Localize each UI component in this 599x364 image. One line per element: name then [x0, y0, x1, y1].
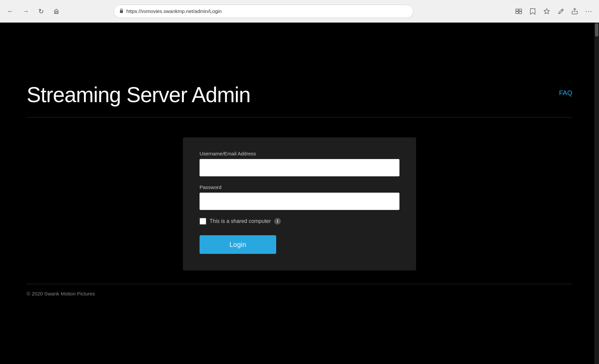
toolbar-right: ··· [513, 6, 594, 17]
login-form-card: Username/Email Address Password This is … [183, 137, 416, 271]
password-label: Password [200, 184, 399, 190]
home-button[interactable] [51, 6, 62, 17]
info-icon[interactable]: i [274, 218, 281, 225]
back-button[interactable]: ← [5, 6, 16, 17]
shared-computer-row: This is a shared computer i [200, 218, 399, 225]
svg-rect-3 [516, 12, 518, 14]
url-input[interactable] [126, 8, 408, 14]
shared-computer-label[interactable]: This is a shared computer [210, 218, 271, 224]
username-label: Username/Email Address [200, 151, 399, 156]
svg-rect-2 [519, 9, 522, 11]
page-title: Streaming Server Admin [27, 83, 251, 107]
browser-chrome: ← → ↻ [0, 0, 599, 23]
more-button[interactable]: ··· [583, 6, 594, 17]
page-footer: © 2020 Swank Motion Pictures [27, 284, 572, 297]
username-input[interactable] [200, 159, 399, 176]
forward-button[interactable]: → [20, 6, 31, 17]
svg-rect-0 [120, 10, 123, 13]
svg-rect-1 [516, 9, 518, 11]
page-body: Streaming Server Admin FAQ Username/Emai… [0, 23, 599, 364]
username-group: Username/Email Address [200, 151, 399, 176]
page-header: Streaming Server Admin FAQ [27, 23, 572, 117]
copyright-text: © 2020 Swank Motion Pictures [27, 291, 95, 296]
bookmark-button[interactable] [527, 6, 538, 17]
tab-view-button[interactable] [513, 6, 524, 17]
reload-button[interactable]: ↻ [35, 6, 47, 17]
address-bar[interactable] [114, 5, 413, 18]
shared-computer-checkbox[interactable] [200, 218, 206, 225]
lock-icon [119, 8, 124, 14]
pen-button[interactable] [555, 6, 566, 17]
password-input[interactable] [200, 193, 399, 210]
login-button[interactable]: Login [200, 235, 276, 254]
scrollbar[interactable] [594, 23, 599, 364]
password-group: Password [200, 184, 399, 210]
faq-link[interactable]: FAQ [559, 83, 572, 97]
browser-content: Streaming Server Admin FAQ Username/Emai… [0, 23, 599, 364]
svg-rect-4 [519, 12, 522, 14]
favorites-button[interactable] [541, 6, 552, 17]
share-button[interactable] [569, 6, 580, 17]
scrollbar-thumb[interactable] [595, 23, 598, 37]
